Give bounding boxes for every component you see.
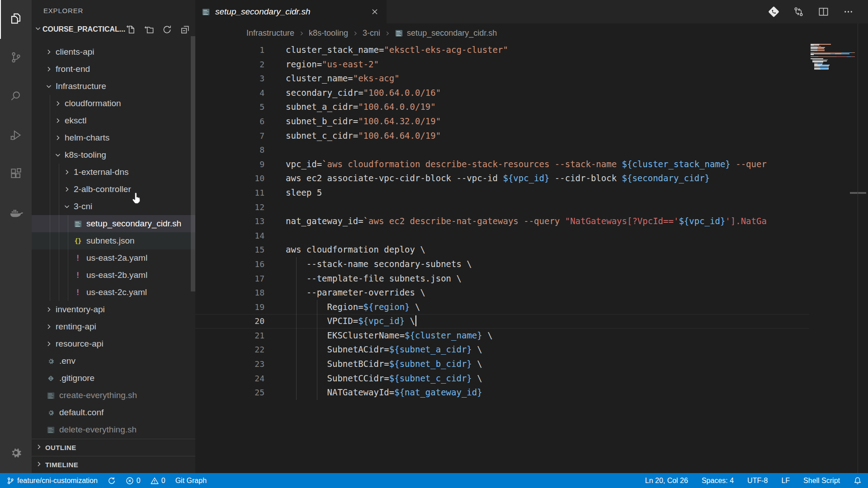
code-token: ${secondary_cidr}: [622, 173, 710, 183]
tree-item-helm-charts[interactable]: helm-charts: [32, 129, 195, 146]
chevron-right-icon: [54, 100, 61, 107]
indent-guide: [296, 286, 297, 300]
activity-source-control[interactable]: [0, 39, 32, 78]
activity-settings[interactable]: [0, 434, 32, 473]
activity-docker[interactable]: [0, 194, 32, 233]
code-line-14: 14: [195, 229, 809, 243]
eol-sequence[interactable]: LF: [781, 477, 790, 485]
split-editor-button[interactable]: [817, 5, 830, 18]
code-token: --parameter-overrides \: [286, 287, 425, 297]
code-token: cluster_stack_name=: [286, 45, 384, 55]
tree-item-env[interactable]: .env: [32, 352, 195, 370]
breadcrumb-item[interactable]: 3-cni: [363, 28, 380, 38]
tab-setup-secondary-cidr[interactable]: setup_secondary_cidr.sh: [195, 0, 387, 23]
error-icon: [126, 477, 134, 485]
code-token: ${subnet_b_cidr}: [389, 359, 472, 369]
yaml-file-icon: !: [73, 288, 82, 297]
tree-item-eksctl[interactable]: eksctl: [32, 112, 195, 129]
breadcrumb-file[interactable]: setup_secondary_cidr.sh: [395, 28, 497, 38]
tree-item-us-east-2a-yaml[interactable]: !us-east-2a.yaml: [32, 249, 195, 267]
line-content: subnet_c_cidr="100.64.64.0/19": [264, 129, 441, 143]
git-branch[interactable]: feature/cni-customization: [6, 477, 98, 485]
refresh-explorer-button[interactable]: [161, 24, 172, 35]
sync-changes[interactable]: [108, 477, 116, 485]
git-graph-view-button[interactable]: [768, 5, 780, 18]
indent-guide: [296, 343, 297, 357]
tree-item-setup-secondary-cidr-sh[interactable]: setup_secondary_cidr.sh: [32, 215, 195, 232]
activity-explorer[interactable]: [0, 0, 32, 39]
new-folder-button[interactable]: [143, 24, 154, 35]
tree-item-default-conf[interactable]: default.conf: [32, 404, 195, 421]
outline-section[interactable]: OUTLINE: [32, 439, 195, 456]
chevron-right-icon: [35, 460, 42, 469]
tree-item-renting-api[interactable]: renting-api: [32, 318, 195, 335]
chevron-down-icon: [63, 203, 71, 210]
line-content: vpc_id=`aws cloudformation describe-stac…: [264, 157, 767, 172]
sidebar-bottom-panels: OUTLINE TIMELINE: [32, 439, 195, 473]
timeline-section[interactable]: TIMELINE: [32, 456, 195, 473]
activity-run-debug[interactable]: [0, 117, 32, 155]
notifications-bell[interactable]: [854, 477, 862, 485]
git-graph-button[interactable]: Git Graph: [175, 477, 207, 485]
close-tab-icon[interactable]: [370, 7, 379, 16]
tree-item-gitignore[interactable]: .gitignore: [32, 370, 195, 387]
code-area[interactable]: 1cluster_stack_name="eksctl-eks-acg-clus…: [195, 43, 809, 473]
breadcrumb-item[interactable]: Infrastructure: [246, 28, 294, 38]
tree-item-resource-api[interactable]: resource-api: [32, 335, 195, 352]
activity-search[interactable]: [0, 78, 32, 117]
indent-guide: [317, 314, 317, 328]
sidebar-scrollbar[interactable]: [191, 36, 195, 291]
tree-item-create-everything-sh[interactable]: create-everything.sh: [32, 387, 195, 404]
tree-item-3-cni[interactable]: 3-cni: [32, 198, 195, 215]
language-mode[interactable]: Shell Script: [803, 477, 840, 485]
line-content: nat_gateway_id=`aws ec2 describe-nat-gat…: [264, 214, 767, 229]
indent-guide: [296, 328, 297, 343]
tree-item-label: us-east-2a.yaml: [86, 253, 147, 263]
tree-item-infrastructure[interactable]: Infrastructure: [32, 78, 195, 95]
encoding[interactable]: UTF-8: [747, 477, 768, 485]
code-token: ${vpc_id}: [358, 316, 405, 326]
status-label: 0: [137, 477, 141, 485]
code-line-15: 15aws cloudformation deploy \: [195, 243, 809, 257]
minimap[interactable]: [811, 44, 858, 70]
code-token: "NatGateways[?VpcId==': [565, 216, 679, 226]
tree-item-2-alb-controller[interactable]: 2-alb-controller: [32, 181, 195, 198]
tree-item-us-east-2c-yaml[interactable]: !us-east-2c.yaml: [32, 284, 195, 301]
line-number: 7: [195, 129, 264, 143]
errors-count[interactable]: 0: [126, 477, 141, 485]
indent-guide: [296, 385, 297, 400]
cursor-position[interactable]: Ln 20, Col 26: [645, 477, 688, 485]
open-changes-button[interactable]: [793, 5, 805, 18]
new-file-button[interactable]: [125, 24, 136, 35]
tree-item-cloudformation[interactable]: cloudformation: [32, 95, 195, 112]
breadcrumb-item: setup_secondary_cidr.sh: [407, 28, 497, 38]
warnings-count[interactable]: 0: [151, 477, 165, 485]
minimap-segment: [814, 69, 821, 70]
root-folder-header[interactable]: COURSE_PRACTICAL...: [32, 21, 195, 38]
more-actions-button[interactable]: [842, 5, 854, 18]
line-content: NATGatewayId=${nat_gateway_id}: [264, 385, 482, 400]
tree-item-1-external-dns[interactable]: 1-external-dns: [32, 164, 195, 181]
code-line-2: 2region="us-east-2": [195, 57, 809, 72]
tree-item-us-east-2b-yaml[interactable]: !us-east-2b.yaml: [32, 267, 195, 284]
activity-extensions[interactable]: [0, 155, 32, 194]
tree-item-delete-everything-sh[interactable]: delete-everything.sh: [32, 421, 195, 438]
code-token: \: [410, 302, 420, 312]
tree-item-inventory-api[interactable]: inventory-api: [32, 301, 195, 318]
tree-item-subnets-json[interactable]: {}subnets.json: [32, 232, 195, 249]
line-content: cluster_stack_name="eksctl-eks-acg-clust…: [264, 43, 508, 57]
code-line-12: 12: [195, 200, 809, 215]
tree-indent-guide: [50, 95, 50, 301]
tree-item-front-end[interactable]: front-end: [32, 61, 195, 78]
line-content: [264, 229, 286, 243]
chevron-right-icon: [54, 117, 61, 124]
tree-item-label: inventory-api: [56, 305, 105, 314]
indentation[interactable]: Spaces: 4: [702, 477, 734, 485]
tree-item-clients-api[interactable]: clients-api: [32, 43, 195, 61]
line-content: VPCID=${vpc_id} \: [264, 314, 416, 328]
tree-item-k8s-tooling[interactable]: k8s-tooling: [32, 146, 195, 164]
breadcrumb-item[interactable]: k8s-tooling: [309, 28, 348, 38]
line-content: --stack-name secondary-subnets \: [264, 257, 472, 272]
code-token: SubnetACidr=: [286, 344, 389, 354]
collapse-folders-button[interactable]: [179, 24, 190, 35]
